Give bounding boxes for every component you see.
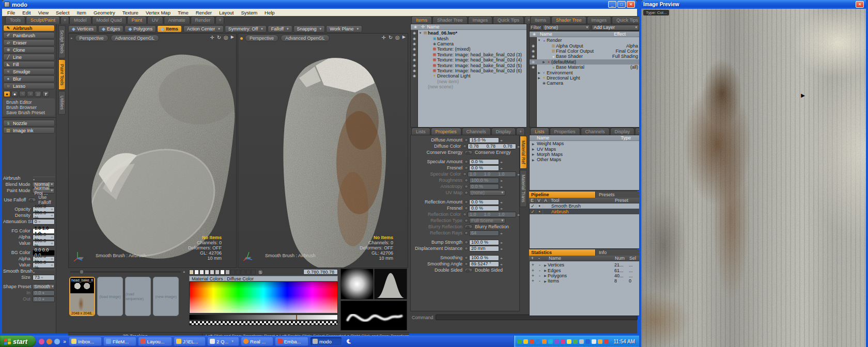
hue-saturation-picker[interactable] — [189, 281, 338, 313]
menu-item[interactable]: Edit — [19, 10, 34, 15]
menu-item[interactable]: Layout — [216, 10, 237, 15]
tree-row[interactable]: Texture: Image: head_bake_final_02d (5) — [411, 62, 526, 68]
menu-item[interactable]: Time — [175, 10, 192, 15]
expander-icon[interactable]: ▼ — [537, 39, 541, 42]
channel-icon[interactable] — [464, 179, 468, 182]
color-swatch[interactable] — [236, 270, 240, 275]
eye-icon[interactable] — [411, 42, 418, 46]
value-field[interactable]: 0.0 % — [469, 165, 499, 171]
tab[interactable]: Animate — [164, 16, 190, 24]
tab[interactable]: Shader Tree — [551, 16, 586, 24]
expander-icon[interactable]: ▶ — [537, 71, 541, 74]
color-swatch[interactable] — [205, 270, 209, 275]
tab[interactable]: Sculpt/Paint — [26, 16, 60, 24]
eye-icon[interactable] — [411, 31, 418, 35]
taskbar-task-button[interactable]: FileM... ▾ — [103, 337, 136, 346]
list-item[interactable]: ▶ UV Maps — [530, 146, 640, 151]
pan-icon[interactable]: ✛ — [381, 35, 385, 40]
menu-item[interactable]: File — [4, 10, 18, 15]
tab[interactable]: + — [516, 128, 525, 135]
clip-scroll-slider[interactable] — [70, 271, 181, 273]
value-field[interactable]: 100.0 %◂▸ — [33, 262, 55, 268]
tab[interactable]: Display — [491, 128, 516, 135]
zoom-icon[interactable]: ◎ — [224, 35, 228, 40]
selection-mode-button[interactable]: Polygons — [125, 25, 156, 33]
pan-icon[interactable]: ✛ — [210, 35, 214, 40]
pipeline-row[interactable]: ✓ • Smooth Brush — [530, 203, 640, 209]
value-field[interactable]: 100.0 % — [469, 255, 499, 261]
tray-icon[interactable] — [548, 339, 553, 344]
taskbar-task-button[interactable]: Real ... ▾ — [241, 337, 273, 346]
tab[interactable]: Shader Tree — [432, 16, 468, 24]
value-gradient-slider[interactable] — [189, 314, 338, 320]
tab[interactable]: Properties — [550, 128, 580, 135]
dropdown-field[interactable]: Smooth▾ — [32, 284, 55, 290]
camera-selector[interactable]: Perspective — [245, 35, 278, 42]
title-bar[interactable]: modo _ □ ✕ — [2, 0, 637, 9]
menu-item[interactable]: System — [238, 10, 260, 15]
brush-mode-button[interactable] — [27, 91, 34, 97]
taskbar-task-button[interactable]: Layou... ▾ — [138, 337, 172, 346]
vertical-tab[interactable]: Material Ref — [520, 136, 527, 169]
expander-icon[interactable]: ▶ — [530, 158, 537, 162]
shader-tree-row[interactable]: ▶ Environment — [530, 70, 640, 75]
color-swatch[interactable] — [199, 270, 204, 275]
tab[interactable]: Quick Tips — [612, 16, 643, 24]
remove-icon[interactable]: - — [536, 273, 543, 278]
value-field[interactable]: 100.0 %◂▸ — [33, 213, 55, 218]
tree-row[interactable]: Mesh — [411, 36, 526, 41]
channel-icon[interactable] — [464, 262, 468, 266]
add-icon[interactable]: + — [530, 268, 536, 273]
quick-launch-icon[interactable] — [39, 339, 44, 344]
visible-dot-icon[interactable]: • — [536, 209, 543, 214]
channel-icon[interactable] — [464, 138, 468, 142]
image-clip[interactable]: (load image) — [97, 277, 123, 316]
statistics-header[interactable]: Statistics — [529, 249, 595, 256]
value-field[interactable]: 0.0 % — [469, 184, 499, 190]
viewport-right[interactable]: Perspective Advanced OpenGL ✛↻◎▶ — [238, 33, 408, 268]
dropdown-field[interactable]: Full Scene▾ — [469, 218, 505, 224]
tab[interactable]: Render — [191, 16, 215, 24]
expander-icon[interactable]: ▶ — [530, 147, 537, 151]
eye-icon[interactable] — [530, 54, 537, 58]
start-button[interactable]: start — [0, 336, 36, 347]
expander-icon[interactable]: ▶ — [541, 60, 546, 64]
channel-icon[interactable] — [464, 191, 468, 195]
eye-icon[interactable] — [411, 58, 418, 62]
tool-button[interactable]: Fill — [3, 61, 55, 68]
menu-item[interactable]: Vertex Map — [143, 10, 174, 15]
list-item[interactable]: ▶ Other Maps — [530, 157, 640, 162]
color-swatch[interactable] — [189, 270, 194, 275]
tab[interactable]: Paint — [127, 16, 147, 24]
image-clip[interactable]: (new image) — [153, 277, 179, 316]
tool-button[interactable]: Image Ink — [3, 127, 55, 134]
tray-icon[interactable] — [523, 339, 528, 344]
quick-launch-overflow-icon[interactable]: » — [63, 339, 66, 344]
tree-row[interactable]: Texture: Image: head_bake_final_02d (4) — [411, 57, 526, 62]
dropdown-field[interactable]: Normal Proj ...▾ — [32, 188, 55, 194]
tray-icon[interactable] — [536, 339, 540, 344]
tree-row[interactable]: Texture: Image: head_bake_final_02d (6) — [411, 68, 526, 73]
color-swatch[interactable] — [220, 270, 225, 275]
sidebar-link[interactable]: Save Brush Preset — [3, 110, 55, 115]
sidebar-link[interactable]: Brush Editor — [3, 100, 55, 105]
eye-icon[interactable] — [530, 44, 537, 48]
channel-icon[interactable] — [464, 256, 468, 260]
color-field[interactable]: 1.0 1.0 1.0 — [468, 171, 516, 177]
brush-mode-button[interactable] — [4, 91, 10, 97]
pipeline-header[interactable]: Pipeline — [529, 192, 595, 198]
toolbar-dropdown[interactable]: Symmetry: Off▾ — [225, 25, 267, 33]
color-field[interactable]: 0.78 0.78 0.78 — [468, 144, 516, 149]
color-swatch[interactable] — [210, 270, 214, 275]
visible-dot-icon[interactable]: • — [536, 203, 543, 209]
expand-icon[interactable]: ▶ — [231, 35, 234, 40]
color-swatch[interactable] — [194, 270, 199, 275]
tab[interactable]: Images — [587, 16, 612, 24]
tray-icon[interactable] — [579, 339, 584, 344]
expander-icon[interactable]: ▶ — [543, 263, 548, 267]
language-bar-icon[interactable]: ℄ — [347, 338, 350, 345]
tray-icon[interactable] — [573, 339, 578, 344]
tab[interactable]: Channels — [462, 128, 491, 135]
menu-item[interactable]: View — [35, 10, 52, 15]
value-field[interactable]: 100.0 %◂▸ — [33, 241, 55, 246]
